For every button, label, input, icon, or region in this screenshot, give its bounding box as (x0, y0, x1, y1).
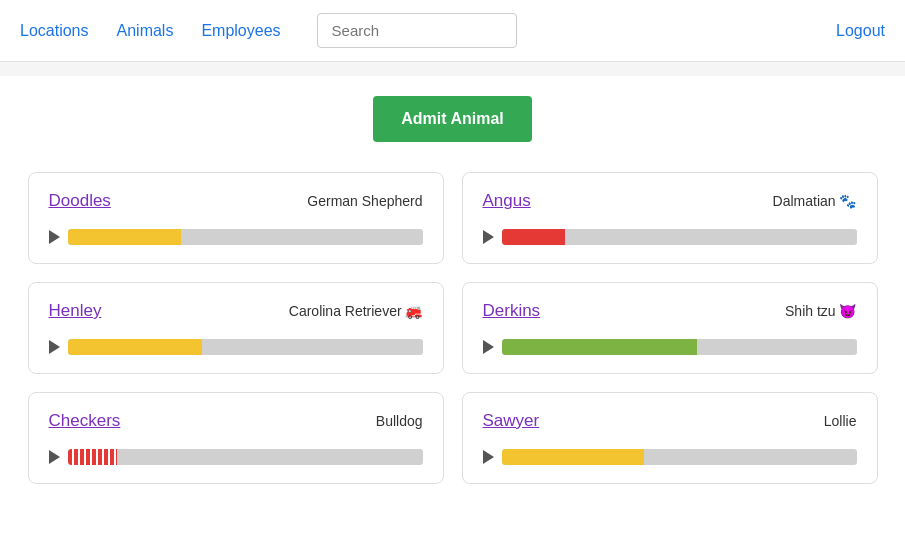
animal-breed-sawyer: Lollie (824, 413, 857, 429)
play-icon-checkers[interactable] (49, 450, 60, 464)
animal-breed-angus: Dalmatian 🐾 (773, 193, 857, 209)
animal-name-sawyer[interactable]: Sawyer (483, 411, 540, 431)
play-icon-doodles[interactable] (49, 230, 60, 244)
progress-track-doodles (68, 229, 423, 245)
progress-fill-doodles (68, 229, 182, 245)
animal-name-doodles[interactable]: Doodles (49, 191, 111, 211)
progress-track-angus (502, 229, 857, 245)
animal-card-checkers: CheckersBulldog (28, 392, 444, 484)
animal-card-derkins: DerkinsShih tzu 😈 (462, 282, 878, 374)
animal-grid: DoodlesGerman ShepherdAngusDalmatian 🐾He… (28, 172, 878, 484)
progress-row-henley (49, 339, 423, 355)
animal-name-henley[interactable]: Henley (49, 301, 102, 321)
animal-card-henley: HenleyCarolina Retriever 🚒 (28, 282, 444, 374)
nav-link-animals[interactable]: Animals (117, 22, 174, 39)
subheader (0, 62, 905, 76)
progress-row-doodles (49, 229, 423, 245)
progress-fill-sawyer (502, 449, 644, 465)
animal-name-angus[interactable]: Angus (483, 191, 531, 211)
admit-animal-button[interactable]: Admit Animal (373, 96, 532, 142)
progress-row-sawyer (483, 449, 857, 465)
animal-breed-henley: Carolina Retriever 🚒 (289, 303, 423, 319)
progress-row-derkins (483, 339, 857, 355)
progress-fill-henley (68, 339, 203, 355)
progress-track-derkins (502, 339, 857, 355)
progress-track-sawyer (502, 449, 857, 465)
play-icon-angus[interactable] (483, 230, 494, 244)
progress-fill-angus (502, 229, 566, 245)
play-icon-derkins[interactable] (483, 340, 494, 354)
animal-name-derkins[interactable]: Derkins (483, 301, 541, 321)
play-icon-henley[interactable] (49, 340, 60, 354)
progress-row-checkers (49, 449, 423, 465)
animal-name-checkers[interactable]: Checkers (49, 411, 121, 431)
main-content: Admit Animal DoodlesGerman ShepherdAngus… (18, 76, 888, 504)
animal-breed-doodles: German Shepherd (307, 193, 422, 209)
nav-link-locations[interactable]: Locations (20, 22, 89, 39)
progress-track-henley (68, 339, 423, 355)
navigation: LocationsAnimalsEmployees Logout (0, 0, 905, 62)
progress-row-angus (483, 229, 857, 245)
nav-link-employees[interactable]: Employees (201, 22, 280, 39)
animal-breed-derkins: Shih tzu 😈 (785, 303, 856, 319)
search-input[interactable] (317, 13, 517, 48)
animal-card-angus: AngusDalmatian 🐾 (462, 172, 878, 264)
progress-fill-derkins (502, 339, 697, 355)
progress-track-checkers (68, 449, 423, 465)
animal-card-sawyer: SawyerLollie (462, 392, 878, 484)
progress-fill-checkers (68, 449, 118, 465)
play-icon-sawyer[interactable] (483, 450, 494, 464)
animal-breed-checkers: Bulldog (376, 413, 423, 429)
logout-button[interactable]: Logout (836, 22, 885, 40)
animal-card-doodles: DoodlesGerman Shepherd (28, 172, 444, 264)
